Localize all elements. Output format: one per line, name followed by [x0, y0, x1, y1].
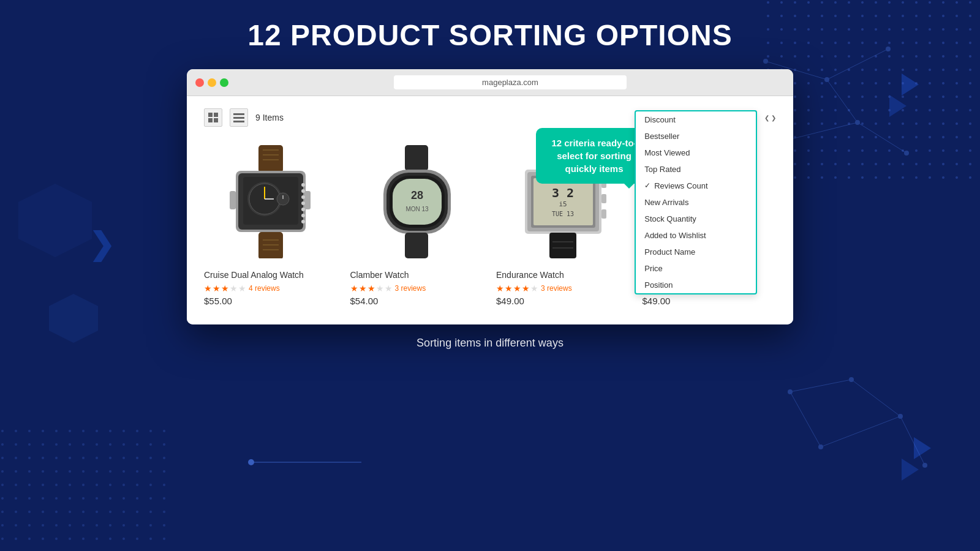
star2: ★	[213, 283, 221, 293]
items-count: 9 Items	[255, 113, 634, 122]
svg-rect-72	[601, 194, 606, 203]
svg-point-36	[301, 189, 305, 193]
svg-point-38	[301, 201, 305, 205]
stars-2: ★ ★ ★ ★ ★	[350, 283, 393, 293]
sort-option-top-rated[interactable]: Top Rated	[636, 161, 756, 178]
dot-minimize[interactable]	[208, 78, 216, 87]
watch-svg-1	[225, 145, 317, 258]
sort-option-reviews-count[interactable]: ✓ Reviews Count	[636, 178, 756, 194]
star4: ★	[522, 283, 530, 293]
star3: ★	[221, 283, 229, 293]
browser-content: 9 Items 12 criteria ready-to-select for …	[187, 96, 793, 324]
product-name-3: Endurance Watch	[496, 270, 564, 280]
svg-point-39	[301, 208, 305, 211]
page-title: 12 PRODUCT SORTING OPTIONS	[247, 18, 732, 52]
dot-close[interactable]	[195, 78, 204, 87]
browser-chrome: mageplaza.com	[187, 69, 793, 96]
svg-text:TUE 13: TUE 13	[552, 211, 574, 217]
sort-option-added-to-wishlist[interactable]: Added to Wishlist	[636, 227, 756, 244]
svg-rect-33	[304, 191, 311, 209]
sort-option-most-viewed[interactable]: Most Viewed	[636, 144, 756, 161]
svg-text:i5: i5	[559, 200, 567, 208]
star4: ★	[376, 283, 384, 293]
star5: ★	[238, 283, 246, 293]
star3: ★	[368, 283, 375, 293]
product-price-2: $54.00	[350, 296, 379, 306]
sort-option-new-arrivals[interactable]: New Arrivals	[636, 194, 756, 211]
product-price-1: $55.00	[204, 296, 232, 306]
list-view-icon	[233, 113, 244, 122]
grid-sq1	[208, 113, 213, 117]
star2: ★	[359, 283, 367, 293]
reviews-count-3: 3 reviews	[541, 284, 572, 293]
star1: ★	[204, 283, 212, 293]
svg-rect-34	[230, 191, 236, 209]
star4: ★	[230, 283, 238, 293]
url-bar[interactable]: mageplaza.com	[394, 75, 627, 89]
star5: ★	[385, 283, 393, 293]
grid-view-button[interactable]	[204, 108, 222, 127]
sort-option-position[interactable]: Position	[636, 277, 756, 293]
product-rating-2: ★ ★ ★ ★ ★ 3 reviews	[350, 283, 426, 293]
svg-point-41	[301, 220, 305, 223]
grid-sq2	[214, 113, 218, 117]
product-rating-3: ★ ★ ★ ★ ★ 3 reviews	[496, 283, 572, 293]
svg-point-35	[301, 183, 305, 187]
sort-option-discount[interactable]: Discount	[636, 111, 756, 128]
product-price-4: $49.00	[643, 296, 671, 306]
star1: ★	[496, 283, 504, 293]
reviews-count-1: 4 reviews	[249, 284, 280, 293]
svg-rect-60	[405, 233, 428, 258]
svg-text:MON 13: MON 13	[405, 206, 429, 212]
watch-svg-2: 28 MON 13	[374, 145, 460, 258]
checkmark-icon: ✓	[644, 181, 650, 190]
svg-rect-27	[258, 145, 283, 173]
grid-sq4	[214, 118, 218, 122]
sort-option-price[interactable]: Price	[636, 260, 756, 277]
svg-rect-53	[405, 145, 428, 171]
browser-dots	[195, 78, 228, 87]
sort-option-product-name[interactable]: Product Name	[636, 244, 756, 260]
products-toolbar: 9 Items 12 criteria ready-to-select for …	[204, 108, 776, 127]
svg-rect-73	[601, 209, 606, 219]
product-card-1: Cruise Dual Analog Watch ★ ★ ★ ★ ★ 4 rev…	[204, 140, 338, 306]
product-image-2: 28 MON 13	[350, 140, 484, 263]
product-price-3: $49.00	[496, 296, 524, 306]
product-card-2: 28 MON 13 Clamber Watch ★ ★ ★ ★	[350, 140, 484, 306]
browser-window: mageplaza.com	[187, 69, 793, 324]
star1: ★	[350, 283, 358, 293]
product-name-2: Clamber Watch	[350, 270, 409, 280]
svg-point-37	[301, 195, 305, 199]
star3: ★	[513, 283, 521, 293]
list-view-button[interactable]	[230, 108, 248, 127]
list-line3	[233, 121, 244, 122]
sort-dropdown-container: Reviews Count ▼ Discount Bestseller	[672, 110, 757, 126]
svg-rect-57	[393, 179, 442, 225]
product-rating-1: ★ ★ ★ ★ ★ 4 reviews	[204, 283, 280, 293]
page-container: 12 PRODUCT SORTING OPTIONS mageplaza.com	[0, 0, 980, 551]
dot-maximize[interactable]	[220, 78, 228, 87]
sort-option-stock-quantity[interactable]: Stock Quantity	[636, 211, 756, 227]
stars-1: ★ ★ ★ ★ ★	[204, 283, 246, 293]
sort-option-bestseller[interactable]: Bestseller	[636, 128, 756, 144]
svg-point-40	[301, 214, 305, 217]
reviews-count-2: 3 reviews	[395, 284, 426, 293]
star5: ★	[530, 283, 538, 293]
product-image-1	[204, 140, 338, 263]
star2: ★	[505, 283, 513, 293]
sort-chevron-icon: ❮ ❯	[764, 114, 776, 121]
sort-section: Sort By Reviews Count ▼ Discount	[641, 110, 776, 126]
stars-3: ★ ★ ★ ★ ★	[496, 283, 538, 293]
bottom-subtitle: Sorting items in different ways	[417, 337, 564, 350]
product-name-1: Cruise Dual Analog Watch	[204, 270, 304, 280]
grid-sq3	[208, 118, 213, 122]
grid-view-icon	[208, 113, 218, 122]
list-line2	[233, 117, 244, 119]
sort-dropdown-menu: Discount Bestseller Most Viewed Top Rate…	[635, 110, 757, 294]
svg-text:3 2: 3 2	[552, 186, 574, 200]
list-line1	[233, 113, 244, 115]
svg-rect-74	[549, 233, 576, 258]
svg-text:28: 28	[411, 189, 423, 201]
